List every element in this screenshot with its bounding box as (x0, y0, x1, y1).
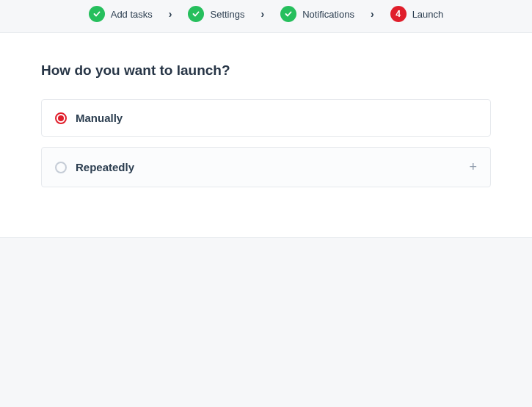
step-label: Add tasks (111, 9, 153, 20)
check-icon (89, 6, 105, 22)
radio-unselected-icon (55, 162, 67, 173)
option-manually[interactable]: Manually (41, 99, 491, 137)
radio-selected-icon (55, 112, 67, 124)
step-label: Launch (412, 9, 444, 20)
chevron-right-icon: › (260, 8, 264, 20)
step-number-badge: 4 (390, 6, 407, 22)
step-settings[interactable]: Settings (188, 6, 244, 22)
step-add-tasks[interactable]: Add tasks (89, 6, 153, 22)
chevron-right-icon: › (169, 8, 172, 20)
step-label: Settings (210, 9, 244, 20)
plus-icon: + (469, 159, 477, 175)
step-notifications[interactable]: Notifications (280, 6, 354, 22)
option-label: Manually (76, 112, 477, 124)
main-panel: How do you want to launch? Manually Repe… (0, 32, 532, 238)
chevron-right-icon: › (371, 8, 374, 20)
step-label: Notifications (302, 9, 354, 20)
page-title: How do you want to launch? (41, 62, 491, 79)
check-icon (188, 6, 204, 22)
step-launch[interactable]: 4 Launch (390, 6, 444, 22)
check-icon (280, 6, 296, 22)
stepper: Add tasks › Settings › Notifications › 4… (0, 0, 532, 32)
option-label: Repeatedly (76, 161, 460, 173)
option-repeatedly[interactable]: Repeatedly + (41, 147, 491, 187)
